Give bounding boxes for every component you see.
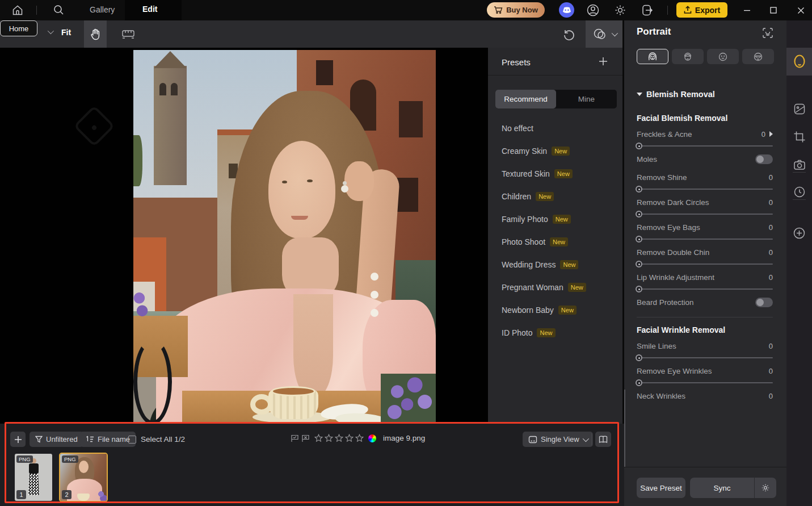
preset-item[interactable]: ID PhotoNew [488, 321, 622, 344]
edit-toolbar: Home Fit [0, 20, 622, 48]
star-icon[interactable] [345, 434, 354, 442]
add-plugin-icon[interactable] [786, 219, 812, 246]
preset-tab-recommend[interactable]: Recommend [495, 90, 556, 108]
minimize-icon[interactable] [741, 5, 752, 16]
slider-thumb[interactable] [636, 236, 642, 242]
preset-item[interactable]: No effect [488, 117, 622, 140]
slider-thumb[interactable] [636, 143, 642, 149]
save-preset-button[interactable]: Save Preset [637, 478, 685, 498]
export-button[interactable]: Export [676, 2, 727, 18]
before-after-compare-button[interactable] [586, 20, 622, 48]
tab-gallery[interactable]: Gallery [90, 5, 115, 14]
slider-track[interactable] [637, 357, 773, 358]
flag-reject-icon[interactable] [301, 434, 310, 442]
split-view-button[interactable] [595, 432, 611, 447]
star-icon[interactable] [335, 434, 343, 442]
hand-tool-button[interactable] [84, 20, 107, 48]
preset-item[interactable]: Creamy SkinNew [488, 140, 622, 162]
home-icon[interactable] [11, 4, 24, 16]
view-mode-dropdown[interactable]: Single View [523, 432, 593, 447]
select-all-checkbox[interactable] [128, 436, 136, 444]
portrait-face-icon[interactable] [786, 48, 812, 76]
tab-edit[interactable]: Edit [142, 5, 157, 14]
sync-settings-icon[interactable] [755, 483, 776, 492]
thumb1-top [29, 463, 39, 474]
ruler-tool-button[interactable] [117, 20, 140, 48]
control-value: 0 [769, 173, 773, 182]
canvas-area[interactable] [0, 48, 488, 424]
subtab-male-face[interactable] [672, 49, 704, 64]
expand-arrow-icon[interactable] [769, 131, 773, 137]
preset-item-label: Children [502, 192, 531, 201]
slider-track[interactable] [637, 288, 773, 290]
sign-out-icon[interactable] [641, 3, 654, 17]
slider-track[interactable] [637, 189, 773, 190]
preset-item[interactable]: Wedding DressNew [488, 253, 622, 276]
preset-tab-mine[interactable]: Mine [556, 90, 617, 108]
close-icon[interactable] [795, 5, 806, 16]
slider-thumb[interactable] [636, 354, 642, 361]
preset-item[interactable]: Textured SkinNew [488, 162, 622, 185]
history-clock-icon[interactable] [786, 178, 812, 206]
add-preset-icon[interactable] [598, 56, 608, 66]
thumbnail-2[interactable]: PNG 2 [59, 453, 108, 502]
star-icon[interactable] [314, 434, 323, 442]
cart-icon [494, 6, 503, 14]
preset-item[interactable]: ChildrenNew [488, 185, 622, 208]
color-label-icon[interactable] [368, 434, 376, 442]
preset-item[interactable]: Photo ShootNew [488, 231, 622, 253]
face-detect-icon[interactable] [762, 27, 773, 39]
preset-item[interactable]: Pregnant WomanNew [488, 276, 622, 299]
maximize-icon[interactable] [768, 5, 779, 16]
preset-item[interactable]: Family PhotoNew [488, 208, 622, 231]
panel-scrollbar[interactable] [624, 390, 625, 467]
subtab-smile-face[interactable] [707, 49, 739, 64]
undo-icon[interactable] [561, 26, 577, 42]
slider-thumb[interactable] [636, 286, 642, 292]
portrait-subtabs [637, 49, 774, 64]
photo-window-1 [316, 60, 333, 85]
slider-track[interactable] [637, 145, 773, 147]
compare-circles-icon [592, 27, 607, 41]
discord-icon[interactable] [559, 2, 574, 18]
search-icon[interactable] [53, 4, 65, 16]
toggle-switch[interactable] [755, 154, 773, 164]
sort-button[interactable]: File name [80, 432, 136, 447]
subtab-glasses-face[interactable] [742, 49, 774, 64]
zoom-fit-button[interactable]: Fit [61, 28, 71, 37]
slider-thumb[interactable] [636, 379, 642, 386]
thumbnail-1[interactable]: PNG 1 [15, 454, 52, 501]
select-all-control[interactable]: Select All 1/2 [128, 435, 185, 444]
sync-button[interactable]: Sync [690, 484, 754, 492]
settings-gear-icon[interactable] [613, 3, 627, 17]
toggle-switch[interactable] [755, 298, 773, 307]
add-photos-button[interactable] [10, 432, 26, 447]
thumb1-format-badge: PNG [16, 455, 33, 463]
buy-now-button[interactable]: Buy Now [487, 2, 545, 18]
slider-thumb[interactable] [636, 211, 642, 218]
home-view-button[interactable]: Home [0, 20, 37, 36]
preset-item[interactable]: Newborn BabyNew [488, 299, 622, 321]
slider-thumb[interactable] [636, 261, 642, 267]
chevron-down-icon[interactable] [48, 30, 52, 34]
slider-thumb[interactable] [636, 186, 642, 193]
background-image-icon[interactable] [786, 95, 812, 123]
filter-button[interactable]: Unfiltered [30, 432, 83, 447]
flag-pick-icon[interactable] [291, 434, 299, 442]
star-icon[interactable] [325, 434, 333, 442]
control-row: Remove Eye Bags0 [637, 221, 773, 240]
camera-icon[interactable] [786, 151, 812, 178]
chevron-down-icon[interactable] [611, 30, 617, 36]
slider-track[interactable] [637, 264, 773, 265]
canvas-photo[interactable] [133, 50, 436, 423]
view-divider [591, 433, 592, 445]
account-icon[interactable] [586, 3, 600, 17]
slider-track[interactable] [637, 382, 773, 383]
subtab-female-face[interactable] [637, 49, 668, 64]
blemish-removal-section-header[interactable]: Blemish Removal [637, 90, 715, 99]
sort-icon [86, 436, 94, 443]
slider-track[interactable] [637, 214, 773, 215]
star-icon[interactable] [355, 434, 364, 442]
crop-icon[interactable] [786, 123, 812, 150]
slider-track[interactable] [637, 239, 773, 240]
